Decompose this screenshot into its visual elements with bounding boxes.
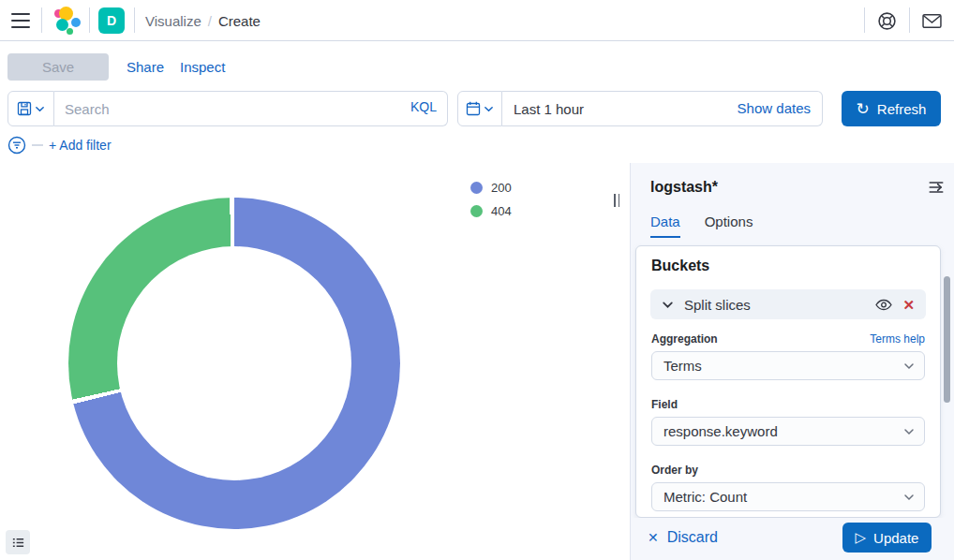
field-label: Field — [651, 398, 678, 411]
field-value: response.keyword — [663, 423, 778, 439]
update-label: Update — [873, 530, 918, 546]
refresh-icon: ↻ — [857, 101, 870, 117]
visualization-canvas: 200 404 — [0, 163, 630, 560]
collapse-panel-button[interactable] — [928, 179, 947, 198]
menu-button[interactable] — [11, 13, 30, 28]
panel-resize-handle[interactable] — [614, 194, 622, 207]
field-select[interactable]: response.keyword — [651, 417, 925, 446]
chevron-down-icon — [902, 491, 916, 504]
panel-footer: ✕ Discard ▷ Update — [631, 518, 954, 560]
order-by-select[interactable]: Metric: Count — [651, 482, 925, 511]
editor-tabs: Data Options — [650, 214, 753, 238]
save-button[interactable]: Save — [7, 53, 109, 81]
elastic-logo[interactable] — [51, 5, 82, 37]
filter-options-button[interactable] — [7, 136, 26, 155]
legend-label: 200 — [491, 181, 512, 195]
buckets-card: Buckets Split slices ✕ Aggregation Terms… — [635, 245, 941, 518]
space-badge[interactable]: D — [98, 7, 125, 34]
eye-icon — [875, 299, 892, 311]
share-link[interactable]: Share — [127, 59, 164, 75]
buckets-heading: Buckets — [651, 258, 709, 274]
legend-item[interactable]: 200 — [470, 181, 512, 195]
top-nav-bar: D Visualize / Create — [0, 0, 954, 41]
breadcrumb-separator: / — [208, 13, 212, 29]
close-icon: ✕ — [648, 530, 659, 545]
date-picker-button[interactable] — [457, 91, 502, 126]
logo-circle-green — [67, 28, 73, 35]
chevron-down-icon — [902, 360, 916, 373]
divider — [909, 7, 910, 33]
divider — [134, 7, 135, 33]
order-by-value: Metric: Count — [663, 489, 747, 505]
aggregation-label: Aggregation — [651, 332, 718, 346]
tab-data[interactable]: Data — [650, 214, 680, 238]
index-pattern-title: logstash* — [650, 179, 718, 196]
saved-query-button[interactable] — [7, 91, 54, 126]
update-button[interactable]: ▷ Update — [842, 523, 932, 553]
inspect-link[interactable]: Inspect — [180, 59, 225, 75]
play-icon: ▷ — [856, 529, 867, 546]
panel-scrollbar[interactable] — [944, 276, 950, 403]
legend-label: 404 — [491, 204, 512, 218]
list-icon — [11, 536, 25, 550]
remove-bucket-button[interactable]: ✕ — [902, 298, 915, 312]
legend-dot — [470, 205, 483, 217]
aggregation-value: Terms — [663, 358, 702, 374]
chevron-down-icon — [35, 104, 45, 114]
aggregation-select[interactable]: Terms — [651, 351, 925, 380]
search-input-wrapper: KQL — [54, 91, 448, 126]
chart-legend: 200 404 — [470, 181, 512, 218]
editor-side-panel: logstash* Data Options Buckets Split sli… — [630, 163, 954, 560]
legend-toggle-button[interactable] — [6, 530, 30, 554]
logo-circle-blue — [71, 18, 81, 27]
filter-circle-icon — [7, 136, 26, 155]
close-icon: ✕ — [902, 297, 915, 313]
divider — [864, 7, 865, 33]
kibana-visualize-create-page: D Visualize / Create Save Share Inspect — [0, 0, 954, 560]
divider — [89, 7, 90, 33]
refresh-label: Refresh — [877, 101, 927, 117]
discard-button[interactable]: ✕ Discard — [648, 529, 718, 546]
add-filter-button[interactable]: + Add filter — [49, 138, 112, 153]
chevron-down-icon — [902, 425, 916, 438]
breadcrumb: Visualize / Create — [145, 0, 261, 41]
kql-language-button[interactable]: KQL — [410, 99, 437, 114]
help-button[interactable] — [875, 9, 898, 32]
legend-dot — [470, 182, 483, 194]
split-slices-row[interactable]: Split slices ✕ — [650, 289, 926, 319]
order-by-label: Order by — [651, 464, 698, 477]
life-ring-icon — [877, 11, 897, 31]
breadcrumb-create: Create — [218, 13, 261, 29]
hamburger-icon — [11, 13, 30, 15]
show-dates-button[interactable]: Show dates — [738, 100, 811, 116]
discard-label: Discard — [667, 529, 718, 546]
time-range-display[interactable]: Last 1 hour Show dates — [502, 91, 823, 126]
legend-item[interactable]: 404 — [470, 204, 512, 218]
chevron-down-icon — [662, 299, 674, 311]
search-input[interactable] — [54, 91, 448, 126]
newsfeed-button[interactable] — [920, 9, 943, 32]
sidebar-collapse-icon — [928, 179, 945, 196]
tab-options[interactable]: Options — [705, 214, 753, 238]
calendar-icon — [466, 101, 481, 116]
time-range-value: Last 1 hour — [514, 101, 584, 117]
terms-help-link[interactable]: Terms help — [870, 332, 925, 346]
toggle-visibility-button[interactable] — [875, 299, 892, 311]
divider — [41, 7, 42, 33]
breadcrumb-visualize[interactable]: Visualize — [145, 13, 201, 29]
chevron-down-icon — [484, 104, 494, 114]
donut-chart[interactable] — [68, 198, 400, 529]
donut-hole — [117, 246, 351, 480]
split-slices-label: Split slices — [684, 297, 751, 313]
floppy-save-icon — [17, 101, 32, 116]
refresh-button[interactable]: ↻ Refresh — [842, 91, 941, 126]
mail-icon — [922, 13, 942, 29]
filter-dash — [32, 144, 43, 146]
